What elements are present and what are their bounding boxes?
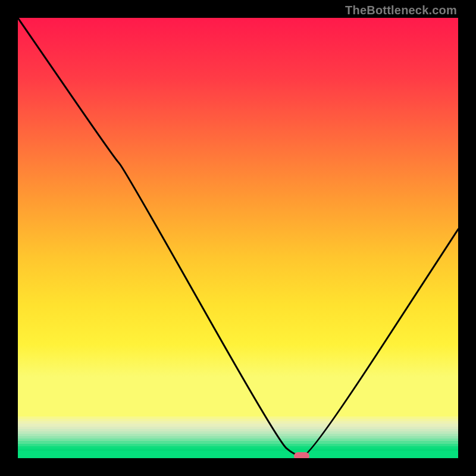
plot-area (18, 18, 458, 458)
bottleneck-curve (18, 18, 458, 458)
chart-frame: TheBottleneck.com (0, 0, 476, 476)
watermark-text: TheBottleneck.com (345, 4, 457, 17)
optimal-marker (294, 452, 309, 458)
